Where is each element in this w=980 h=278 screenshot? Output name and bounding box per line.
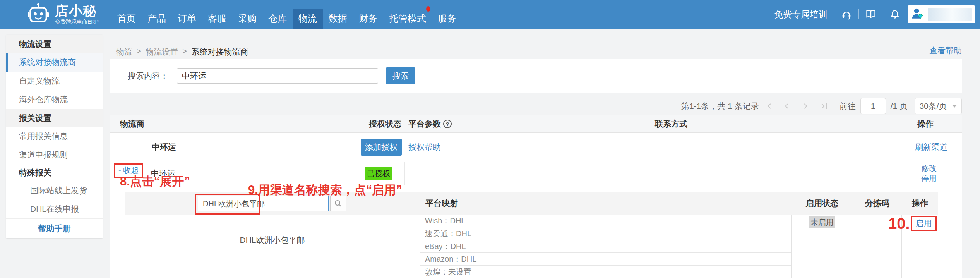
last-page-icon[interactable] bbox=[820, 102, 828, 110]
page-number-input[interactable] bbox=[860, 98, 886, 114]
nav-item-hosting[interactable]: 托管模式 bbox=[383, 9, 432, 29]
provider-table-header: 物流商 授权状态 平台参数 ? 联系方式 操作 bbox=[110, 115, 962, 133]
channel-name: DHL欧洲小包平邮 bbox=[125, 235, 420, 245]
prev-page-icon[interactable] bbox=[783, 102, 791, 110]
brand-logo[interactable]: 店小秘 免费跨境电商ERP bbox=[28, 3, 99, 26]
training-link[interactable]: 免费专属培训 bbox=[774, 9, 828, 21]
col-platform-mapping: 平台映射 bbox=[425, 192, 458, 215]
platform-mappings: Wish：DHL 速卖通：DHL eBay：DHL Amazon：DHL 敦煌：… bbox=[420, 215, 791, 278]
channel-table-header: 平台映射 启用状态 分拣码 操作 bbox=[125, 192, 938, 215]
divider bbox=[883, 9, 883, 19]
sidebar-header-customs-settings: 报关设置 bbox=[6, 109, 103, 127]
col-provider: 物流商 bbox=[120, 115, 144, 132]
brand-title: 店小秘 bbox=[55, 4, 99, 18]
nav-item-service[interactable]: 客服 bbox=[202, 9, 232, 29]
provider-table: 物流商 授权状态 平台参数 ? 联系方式 操作 中环运 添加授权 授权帮助 刷新… bbox=[110, 115, 962, 278]
divider bbox=[834, 9, 834, 19]
top-navbar: 店小秘 免费跨境电商ERP 首页 产品 订单 客服 采购 仓库 物流 数据 财务… bbox=[0, 0, 980, 29]
sidebar-item-dhl-online-declare[interactable]: DHL在线申报 bbox=[6, 200, 103, 218]
robot-logo-icon bbox=[28, 3, 49, 26]
notification-dot bbox=[426, 6, 430, 12]
nav-item-orders[interactable]: 订单 bbox=[172, 9, 202, 29]
search-button[interactable]: 搜索 bbox=[386, 67, 415, 84]
col-platform-params: 平台参数 ? bbox=[408, 115, 452, 132]
nav-item-products[interactable]: 产品 bbox=[142, 9, 172, 29]
nav-item-data[interactable]: 数据 bbox=[323, 9, 353, 29]
add-authorization-button[interactable]: 添加授权 bbox=[361, 139, 402, 156]
view-help-link[interactable]: 查看帮助 bbox=[929, 45, 962, 56]
pagination-summary: 第1-1条，共 1 条记录 bbox=[681, 101, 759, 112]
annotation-step8: 8.点击“展开” bbox=[120, 173, 190, 190]
step10-annotation-group: 10. 启用 bbox=[888, 215, 937, 232]
authorized-status-badge: 已授权 bbox=[365, 167, 392, 180]
sidebar-item-overseas-warehouse[interactable]: 海外仓库物流 bbox=[6, 90, 103, 109]
sidebar-item-system-carriers[interactable]: 系统对接物流商 bbox=[6, 53, 103, 72]
nav-item-services[interactable]: 服务 bbox=[432, 9, 462, 29]
nav-item-finance[interactable]: 财务 bbox=[353, 9, 383, 29]
nav-item-warehouse[interactable]: 仓库 bbox=[262, 9, 293, 29]
row-operations: 修改 停用 bbox=[896, 163, 962, 184]
page-total-label: /1 页 bbox=[891, 101, 908, 112]
bell-icon[interactable] bbox=[890, 9, 900, 19]
col-auth-status: 授权状态 bbox=[369, 115, 401, 132]
headset-icon[interactable] bbox=[841, 9, 852, 20]
breadcrumb-separator: > bbox=[137, 46, 141, 57]
refresh-channels-link[interactable]: 刷新渠道 bbox=[915, 132, 947, 162]
page-size-select[interactable]: 30条/页 bbox=[915, 98, 962, 114]
nav-item-logistics-active[interactable]: 物流 bbox=[293, 9, 323, 29]
user-avatar-icon bbox=[911, 7, 925, 22]
first-page-icon[interactable] bbox=[764, 102, 773, 110]
channel-search-input[interactable] bbox=[198, 196, 329, 211]
disable-link[interactable]: 停用 bbox=[896, 173, 962, 184]
sidebar-item-customs-info[interactable]: 常用报关信息 bbox=[6, 127, 103, 146]
provider-expanded-row: - 收起 中环运 已授权 修改 停用 bbox=[110, 162, 962, 185]
next-page-icon[interactable] bbox=[801, 102, 810, 110]
nav-item-purchase[interactable]: 采购 bbox=[232, 9, 262, 29]
brand-subtitle: 免费跨境电商ERP bbox=[55, 19, 99, 26]
col-contact: 联系方式 bbox=[655, 115, 687, 132]
question-circle-icon[interactable]: ? bbox=[443, 120, 452, 128]
authorization-help-link[interactable]: 授权帮助 bbox=[408, 132, 441, 162]
nav-item-home[interactable]: 首页 bbox=[111, 9, 142, 29]
breadcrumb-logistics-settings[interactable]: 物流设置 bbox=[146, 46, 178, 57]
breadcrumb-current-page: 系统对接物流商 bbox=[192, 46, 248, 57]
annotation-step9: 9.用渠道名称搜索，点“启用” bbox=[248, 182, 402, 198]
search-label: 搜索内容： bbox=[128, 70, 168, 81]
sidebar-subheader-special-customs: 特殊报关 bbox=[6, 164, 103, 181]
sidebar-item-intl-site-shipping[interactable]: 国际站线上发货 bbox=[6, 181, 103, 200]
sidebar-item-custom-logistics[interactable]: 自定义物流 bbox=[6, 72, 103, 90]
col-enable-status: 启用状态 bbox=[791, 192, 853, 215]
breadcrumb: 物流 > 物流设置 > 系统对接物流商 bbox=[116, 46, 248, 57]
main-nav: 首页 产品 订单 客服 采购 仓库 物流 数据 财务 托管模式 服务 bbox=[111, 0, 462, 29]
sidebar: 物流设置 系统对接物流商 自定义物流 海外仓库物流 报关设置 常用报关信息 渠道… bbox=[6, 35, 103, 238]
channel-search-button[interactable] bbox=[330, 196, 346, 211]
divider bbox=[858, 9, 859, 19]
provider-row: 中环运 添加授权 授权帮助 刷新渠道 bbox=[110, 132, 962, 162]
modify-link[interactable]: 修改 bbox=[896, 163, 962, 173]
manual-book-icon[interactable] bbox=[865, 9, 876, 20]
sidebar-header-logistics-settings: 物流设置 bbox=[6, 35, 103, 53]
chevron-down-icon bbox=[952, 105, 957, 108]
goto-label: 前往 bbox=[840, 101, 856, 112]
sidebar-help-manual-link[interactable]: 帮助手册 bbox=[6, 218, 103, 238]
username-redacted bbox=[928, 8, 972, 21]
mapping-dunhuang: 敦煌：未设置 bbox=[420, 266, 791, 278]
enable-channel-link[interactable]: 启用 bbox=[916, 219, 932, 228]
column-divider bbox=[404, 162, 405, 185]
breadcrumb-separator: > bbox=[182, 46, 187, 57]
breadcrumb-logistics[interactable]: 物流 bbox=[116, 46, 132, 57]
sidebar-item-channel-declare-rules[interactable]: 渠道申报规则 bbox=[6, 146, 103, 164]
provider-search-card: 搜索内容： 搜索 bbox=[110, 59, 962, 93]
app-screen: 店小秘 免费跨境电商ERP 首页 产品 订单 客服 采购 仓库 物流 数据 财务… bbox=[0, 0, 980, 278]
user-account-box[interactable] bbox=[908, 5, 975, 23]
col-sort-code: 分拣码 bbox=[853, 192, 901, 215]
mapping-amazon: Amazon：DHL bbox=[420, 253, 791, 266]
pagination-bar: 第1-1条，共 1 条记录 前往 /1 页 30条/页 bbox=[681, 98, 962, 115]
not-enabled-status-badge: 未启用 bbox=[809, 216, 835, 228]
step10-highlight-box: 启用 bbox=[911, 216, 937, 231]
col-channel-actions: 操作 bbox=[901, 192, 939, 215]
provider-search-input[interactable] bbox=[177, 68, 378, 84]
channel-table: 平台映射 启用状态 分拣码 操作 DHL欧洲小包平邮 Wish：DHL 速卖通：… bbox=[125, 192, 938, 278]
provider-name: 中环运 bbox=[152, 132, 176, 162]
col-actions: 操作 bbox=[917, 115, 934, 132]
